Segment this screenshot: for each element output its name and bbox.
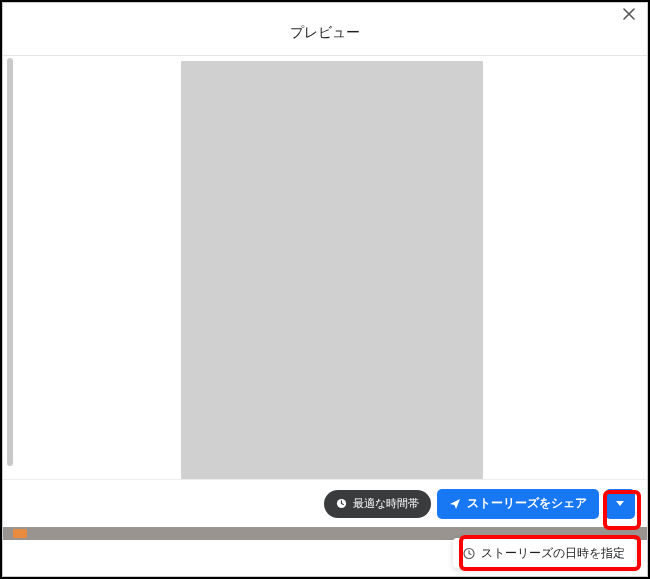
scrollbar[interactable] — [3, 58, 17, 501]
clock-outline-icon — [463, 547, 475, 559]
preview-body — [3, 58, 647, 501]
share-button-label: ストーリーズをシェア — [467, 496, 587, 511]
modal-footer: 最適な時間帯 ストーリーズをシェア — [3, 479, 647, 527]
share-stories-button[interactable]: ストーリーズをシェア — [437, 489, 599, 519]
paper-plane-icon — [449, 498, 461, 510]
schedule-stories-menu-item[interactable]: ストーリーズの日時を指定 — [453, 538, 635, 568]
share-options-caret-button[interactable] — [605, 489, 635, 519]
preview-modal: プレビュー 最適な時間帯 ストーリーズをシェア — [2, 2, 648, 577]
modal-title: プレビュー — [290, 24, 360, 42]
story-preview-placeholder — [181, 61, 483, 489]
best-time-pill[interactable]: 最適な時間帯 — [324, 490, 431, 518]
clock-icon — [336, 498, 348, 510]
preview-area — [17, 58, 647, 501]
modal-header: プレビュー — [3, 11, 647, 56]
caret-down-icon — [616, 501, 624, 506]
best-time-label: 最適な時間帯 — [353, 496, 419, 511]
schedule-label: ストーリーズの日時を指定 — [481, 545, 625, 562]
close-icon[interactable] — [623, 5, 635, 23]
